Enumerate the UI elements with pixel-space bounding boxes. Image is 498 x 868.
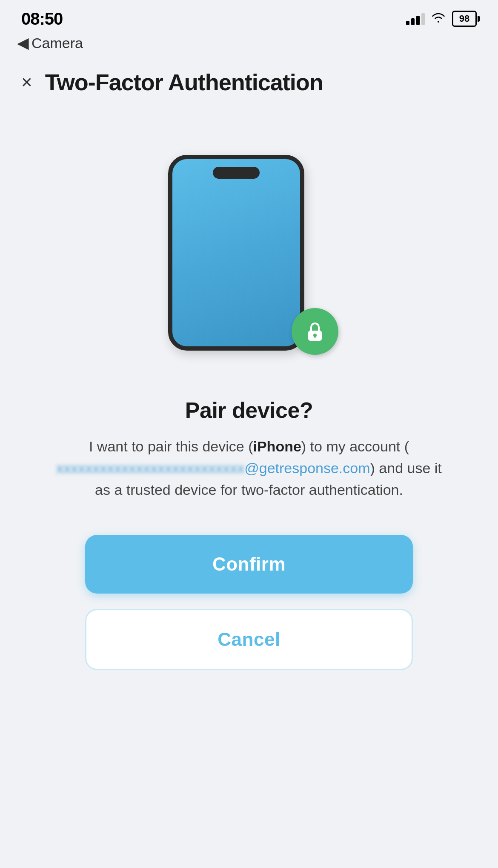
close-button[interactable]: ×: [21, 73, 32, 91]
back-arrow-icon: ◀: [17, 34, 29, 52]
signal-icon: [406, 12, 425, 25]
back-label: Camera: [31, 35, 83, 51]
phone-notch: [213, 167, 260, 179]
page-title: Two-Factor Authentication: [45, 69, 323, 95]
email-domain: @getresponse.com: [244, 460, 370, 476]
description-middle: ) to my account (: [301, 438, 409, 454]
email-blurred: xxxxxxxxxxxxxxxxxxxxxxxxxx: [56, 457, 244, 479]
pair-description: I want to pair this device (iPhone) to m…: [53, 436, 445, 501]
pair-title: Pair device?: [53, 397, 445, 423]
device-illustration: [168, 155, 330, 368]
device-name: iPhone: [253, 438, 301, 454]
back-nav: ◀ Camera: [0, 34, 498, 52]
phone-body: [168, 155, 304, 351]
status-time: 08:50: [21, 9, 63, 29]
text-section: Pair device? I want to pair this device …: [53, 397, 445, 501]
status-bar: 08:50 98: [0, 0, 498, 34]
status-icons: 98: [406, 11, 477, 27]
lock-icon: [303, 320, 327, 343]
confirm-button[interactable]: Confirm: [85, 535, 413, 594]
buttons-section: Confirm Cancel: [0, 535, 498, 670]
main-content: Pair device? I want to pair this device …: [0, 112, 498, 535]
lock-badge: [292, 308, 338, 355]
description-prefix: I want to pair this device (: [89, 438, 253, 454]
battery-icon: 98: [452, 11, 477, 27]
cancel-button[interactable]: Cancel: [85, 609, 413, 670]
back-button[interactable]: ◀ Camera: [17, 34, 83, 52]
svg-rect-2: [314, 335, 316, 338]
wifi-icon: [431, 11, 446, 27]
page-header: × Two-Factor Authentication: [0, 60, 498, 112]
